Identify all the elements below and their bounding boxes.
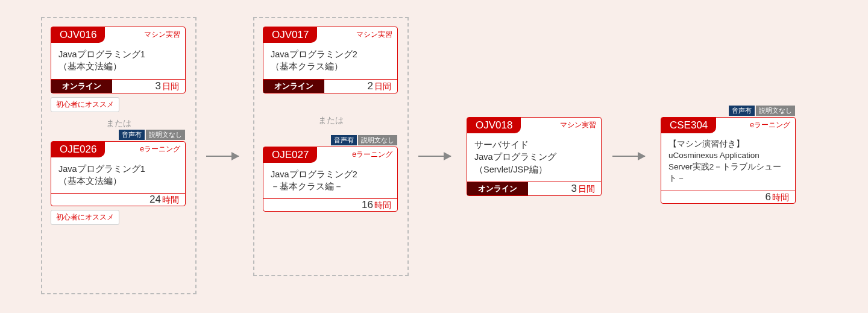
mode-badge: オンライン	[467, 182, 528, 195]
card-ojv017[interactable]: OJV017 マシン実習 Javaプログラミング2 （基本クラス編） オンライン…	[263, 27, 398, 93]
card-ojv016[interactable]: OJV016 マシン実習 Javaプログラミング1 （基本文法編） オンライン …	[51, 27, 186, 93]
duration: 16時間	[263, 199, 397, 211]
arrow-icon	[206, 156, 239, 157]
course-title: Javaプログラミング1 （基本文法編）	[51, 157, 185, 194]
course-code: OJV018	[467, 118, 521, 133]
course-code: OJE027	[263, 147, 317, 163]
course-code: OJE026	[51, 142, 105, 157]
mode-badge: オンライン	[51, 80, 112, 93]
course-code: CSE304	[661, 118, 716, 133]
course-tag: マシン実習	[521, 118, 601, 133]
group-2: OJV017 マシン実習 Javaプログラミング2 （基本クラス編） オンライン…	[253, 17, 409, 276]
course-tag: eラーニング	[317, 147, 397, 163]
mode-badge: オンライン	[263, 80, 324, 93]
course-title: サーバサイド Javaプログラミング （Servlet/JSP編）	[467, 133, 601, 182]
card-oje026[interactable]: 音声有説明文なし OJE026 eラーニング Javaプログラミング1 （基本文…	[51, 141, 186, 207]
recommend-badge: 初心者にオススメ	[51, 210, 119, 225]
recommend-badge: 初心者にオススメ	[51, 97, 119, 112]
duration: 3日間	[528, 183, 601, 195]
course-code: OJV016	[51, 27, 105, 43]
course-title: Javaプログラミング1 （基本文法編）	[51, 43, 185, 80]
card-ojv018[interactable]: OJV018 マシン実習 サーバサイド Javaプログラミング （Servlet…	[467, 117, 602, 196]
course-title: 【マシン演習付き】 uCosminexus Application Server…	[661, 133, 795, 191]
chips: 音声有説明文なし	[729, 106, 795, 116]
card-cse304[interactable]: 音声有説明文なし CSE304 eラーニング 【マシン演習付き】 uCosmin…	[661, 117, 796, 204]
diagram-canvas: OJV016 マシン実習 Javaプログラミング1 （基本文法編） オンライン …	[0, 0, 868, 313]
arrow-icon	[612, 156, 645, 157]
duration: 24時間	[51, 194, 185, 206]
or-label: または	[51, 118, 187, 129]
course-tag: eラーニング	[105, 142, 185, 157]
chips: 音声有説明文なし	[331, 135, 397, 145]
chips: 音声有説明文なし	[119, 130, 185, 140]
course-code: OJV017	[263, 27, 317, 43]
duration: 2日間	[324, 80, 397, 92]
course-title: Javaプログラミング2 （基本クラス編）	[263, 43, 397, 80]
course-title: Javaプログラミング2 －基本クラス編－	[263, 163, 397, 200]
duration: 6時間	[661, 191, 795, 203]
course-tag: マシン実習	[105, 27, 185, 43]
duration: 3日間	[112, 80, 185, 92]
card-oje027[interactable]: 音声有説明文なし OJE027 eラーニング Javaプログラミング2 －基本ク…	[263, 147, 398, 212]
course-tag: eラーニング	[716, 118, 795, 133]
group-1: OJV016 マシン実習 Javaプログラミング1 （基本文法編） オンライン …	[41, 17, 197, 294]
or-label: または	[263, 115, 399, 126]
arrow-icon	[418, 156, 451, 157]
course-tag: マシン実習	[317, 27, 397, 43]
